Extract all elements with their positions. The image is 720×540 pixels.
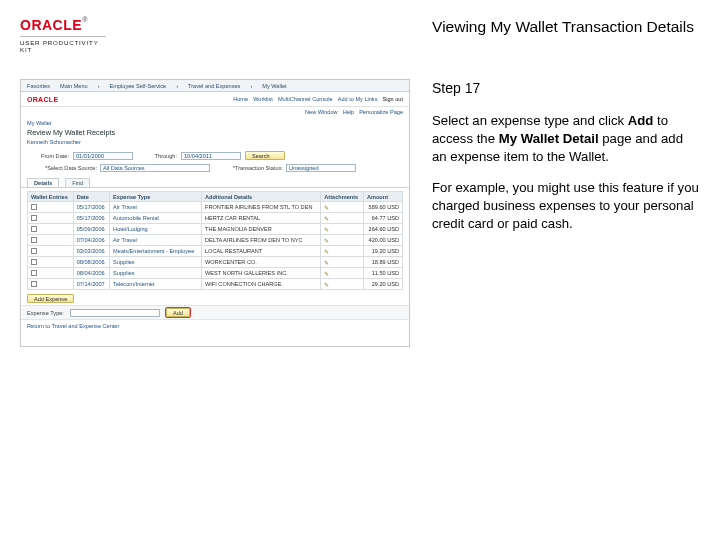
- cell-amount: 589.60 USD: [363, 202, 402, 213]
- through-date-input[interactable]: 10/04/2011: [181, 152, 241, 160]
- cell-type[interactable]: Telecom/Internet: [110, 279, 202, 290]
- grid-footer-row: Add Expense: [21, 290, 409, 305]
- return-link[interactable]: Return to Travel and Expense Center: [21, 320, 409, 332]
- cell-details: LOCAL RESTAURANT: [201, 246, 320, 257]
- col-attachments: Attachments: [321, 192, 364, 202]
- nav-path-3[interactable]: My Wallet: [262, 83, 286, 89]
- search-button[interactable]: Search: [245, 151, 285, 160]
- attachment-icon[interactable]: ✎: [321, 257, 364, 268]
- cell-date[interactable]: 07/14/2007: [73, 279, 109, 290]
- app-brand-row: ORACLE Home Worklist MultiChannel Consol…: [21, 92, 409, 106]
- table-row: 07/14/2007Telecom/InternetWIFI CONNECTIO…: [28, 279, 403, 290]
- link-sign-out[interactable]: Sign out: [382, 96, 403, 102]
- cell-date[interactable]: 05/09/2006: [73, 224, 109, 235]
- link-personalize[interactable]: Personalize Page: [359, 109, 403, 115]
- cell-details: WIFI CONNECTION CHARGE: [201, 279, 320, 290]
- add-button[interactable]: Add: [166, 308, 190, 317]
- source-status-row: *Select Data Source: All Data Sources *T…: [21, 164, 409, 176]
- cell-amount: 29.20 USD: [363, 279, 402, 290]
- cell-details: THE MAGNOLIA DENVER: [201, 224, 320, 235]
- cell-date[interactable]: 05/17/2006: [73, 202, 109, 213]
- data-source-select[interactable]: All Data Sources: [100, 164, 210, 172]
- cell-amount: 264.60 USD: [363, 224, 402, 235]
- app-page-title: Review My Wallet Receipts: [21, 128, 409, 139]
- table-row: 07/04/2006Air TravelDELTA AIRLINES FROM …: [28, 235, 403, 246]
- nav-main-menu[interactable]: Main Menu: [60, 83, 88, 89]
- logo-brand: ORACLE: [20, 17, 82, 33]
- col-wallet-entries: Wallet Entries: [28, 192, 74, 202]
- from-date-input[interactable]: 01/01/2000: [73, 152, 133, 160]
- application-screenshot: Favorites Main Menu › Employee Self-Serv…: [20, 79, 410, 347]
- table-row: 08/04/2006SuppliesWEST NORTH GALLERIES I…: [28, 268, 403, 279]
- oracle-logo: ORACLE® USER PRODUCTIVITY KIT: [20, 16, 106, 53]
- cell-amount: 420.00 USD: [363, 235, 402, 246]
- row-checkbox[interactable]: [31, 281, 37, 287]
- logo-subtitle: USER PRODUCTIVITY KIT: [20, 39, 106, 53]
- cell-date[interactable]: 08/08/2006: [73, 257, 109, 268]
- cell-type[interactable]: Hotel/Lodging: [110, 224, 202, 235]
- step-label: Step 17: [432, 79, 700, 98]
- app-oracle-logo: ORACLE: [27, 96, 58, 103]
- expense-type-bar: Expense Type: Add: [21, 305, 409, 320]
- link-home[interactable]: Home: [233, 96, 248, 102]
- link-mcc[interactable]: MultiChannel Console: [278, 96, 333, 102]
- attachment-icon[interactable]: ✎: [321, 268, 364, 279]
- row-checkbox[interactable]: [31, 237, 37, 243]
- link-help[interactable]: Help: [343, 109, 355, 115]
- person-name: Kenneth Schumacher: [21, 139, 409, 149]
- table-row: 05/09/2006Hotel/LodgingTHE MAGNOLIA DENV…: [28, 224, 403, 235]
- grid-tabs: Details Find: [21, 176, 409, 188]
- col-additional-details: Additional Details: [201, 192, 320, 202]
- cell-type[interactable]: Air Travel: [110, 202, 202, 213]
- row-checkbox[interactable]: [31, 215, 37, 221]
- cell-date[interactable]: 08/04/2006: [73, 268, 109, 279]
- cell-amount: 19.20 USD: [363, 246, 402, 257]
- cell-date[interactable]: 05/17/2006: [73, 213, 109, 224]
- cell-type[interactable]: Automobile Rental: [110, 213, 202, 224]
- attachment-icon[interactable]: ✎: [321, 279, 364, 290]
- cell-details: FRONTIER AIRLINES FROM STL TO DEN: [201, 202, 320, 213]
- cell-amount: 11.50 USD: [363, 268, 402, 279]
- cell-date[interactable]: 07/04/2006: [73, 235, 109, 246]
- data-source-label: *Select Data Source:: [27, 165, 97, 171]
- expense-type-select[interactable]: [70, 309, 160, 317]
- tab-find[interactable]: Find: [65, 178, 90, 187]
- tab-details[interactable]: Details: [27, 178, 59, 187]
- table-row: 03/03/2006Meals/Entertainment - Employee…: [28, 246, 403, 257]
- cell-details: WEST NORTH GALLERIES INC.: [201, 268, 320, 279]
- link-worklist[interactable]: Worklist: [253, 96, 273, 102]
- app-subheader-links: New Window Help Personalize Page: [21, 107, 409, 117]
- row-checkbox[interactable]: [31, 204, 37, 210]
- add-expense-button[interactable]: Add Expense: [27, 294, 74, 303]
- tx-status-select[interactable]: Unassigned: [286, 164, 356, 172]
- link-add-my-links[interactable]: Add to My Links: [338, 96, 378, 102]
- attachment-icon[interactable]: ✎: [321, 202, 364, 213]
- cell-type[interactable]: Meals/Entertainment - Employee: [110, 246, 202, 257]
- wallet-entries-grid: Wallet Entries Date Expense Type Additio…: [27, 191, 403, 290]
- row-checkbox[interactable]: [31, 248, 37, 254]
- cell-amount: 64.77 USD: [363, 213, 402, 224]
- cell-type[interactable]: Air Travel: [110, 235, 202, 246]
- attachment-icon[interactable]: ✎: [321, 235, 364, 246]
- nav-favorites[interactable]: Favorites: [27, 83, 50, 89]
- row-checkbox[interactable]: [31, 259, 37, 265]
- nav-path-2[interactable]: Travel and Expenses: [188, 83, 240, 89]
- tx-status-label: *Transaction Status:: [213, 165, 283, 171]
- instruction-paragraph-2: For example, you might use this feature …: [432, 179, 700, 232]
- cell-type[interactable]: Supplies: [110, 268, 202, 279]
- cell-amount: 18.89 USD: [363, 257, 402, 268]
- expense-type-label: Expense Type:: [27, 310, 64, 316]
- attachment-icon[interactable]: ✎: [321, 246, 364, 257]
- row-checkbox[interactable]: [31, 226, 37, 232]
- col-date: Date: [73, 192, 109, 202]
- cell-date[interactable]: 03/03/2006: [73, 246, 109, 257]
- nav-path-1[interactable]: Employee Self-Service: [110, 83, 167, 89]
- attachment-icon[interactable]: ✎: [321, 213, 364, 224]
- cell-type[interactable]: Supplies: [110, 257, 202, 268]
- link-new-window[interactable]: New Window: [305, 109, 338, 115]
- row-checkbox[interactable]: [31, 270, 37, 276]
- col-amount: Amount: [363, 192, 402, 202]
- attachment-icon[interactable]: ✎: [321, 224, 364, 235]
- wallet-crumb[interactable]: My Wallet: [21, 117, 409, 128]
- table-row: 05/17/2006Automobile RentalHERTZ CAR REN…: [28, 213, 403, 224]
